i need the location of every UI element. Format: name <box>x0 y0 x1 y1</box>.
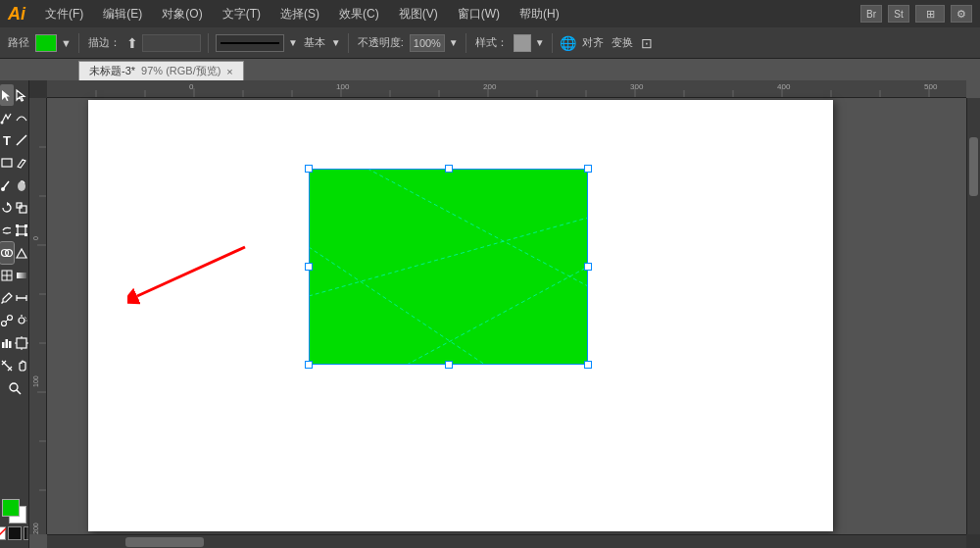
artboard[interactable] <box>88 100 833 531</box>
transform-label[interactable]: 变换 <box>610 35 635 50</box>
workspace-switcher[interactable]: ⊞ <box>915 5 945 23</box>
fill-stroke-swatches[interactable] <box>2 499 27 524</box>
style-swatch[interactable] <box>514 34 531 52</box>
stroke-up-btn[interactable]: ⬆ <box>126 36 138 50</box>
black-swatch[interactable] <box>8 526 22 540</box>
svg-rect-36 <box>9 341 12 348</box>
line-style-dropdown[interactable]: ▼ <box>331 37 341 48</box>
column-graph-tool[interactable] <box>0 332 14 354</box>
hand-tool[interactable] <box>15 355 28 376</box>
scroll-thumb-vertical[interactable] <box>969 137 978 196</box>
handle-bottom-middle[interactable] <box>445 361 453 369</box>
tool-row-shapebuilder <box>0 242 28 264</box>
tool-row-shape <box>0 152 28 174</box>
align-label[interactable]: 对齐 <box>580 35 606 50</box>
handle-middle-right[interactable] <box>584 263 592 271</box>
pencil-tool[interactable] <box>15 152 28 174</box>
paintbrush-tool[interactable] <box>0 174 14 196</box>
fill-color-swatch[interactable] <box>35 34 57 52</box>
svg-line-43 <box>17 390 21 394</box>
svg-marker-1 <box>17 90 24 101</box>
scrollbar-right[interactable] <box>966 98 980 548</box>
style-label: 样式： <box>473 35 510 50</box>
stock-btn[interactable]: St <box>888 5 909 23</box>
free-transform-tool[interactable] <box>15 220 28 241</box>
svg-text:0: 0 <box>189 82 194 91</box>
none-swatch[interactable] <box>0 526 6 540</box>
curvature-tool[interactable] <box>15 107 28 128</box>
scroll-thumb-horizontal[interactable] <box>125 537 204 547</box>
svg-text:500: 500 <box>924 82 938 91</box>
line-tool[interactable] <box>15 129 28 151</box>
menu-file[interactable]: 文件(F) <box>41 4 87 25</box>
perspective-tool[interactable] <box>15 242 28 264</box>
handle-top-left[interactable] <box>305 165 313 173</box>
arrow-annotation <box>127 237 265 319</box>
warp-tool[interactable] <box>0 220 14 241</box>
menu-view[interactable]: 视图(V) <box>395 4 442 25</box>
zoom-tool[interactable] <box>4 377 25 399</box>
type-tool[interactable]: T <box>0 129 14 151</box>
stroke-arrow[interactable]: ▼ <box>61 37 72 49</box>
web-icon[interactable]: 🌐 <box>560 35 576 51</box>
blend-tool[interactable] <box>0 310 14 331</box>
title-bar: Ai 文件(F) 编辑(E) 对象(O) 文字(T) 选择(S) 效果(C) 视… <box>0 0 980 27</box>
divider-5 <box>552 33 553 53</box>
opacity-dropdown[interactable]: ▼ <box>449 37 459 48</box>
rotate-tool[interactable] <box>0 197 14 219</box>
main-area: T <box>0 80 980 548</box>
pen-tool[interactable] <box>0 107 14 128</box>
document-tab[interactable]: 未标题-3* 97% (RGB/预览) × <box>78 61 244 80</box>
selection-tool[interactable] <box>0 84 14 106</box>
svg-marker-18 <box>17 249 26 258</box>
menu-object[interactable]: 对象(O) <box>158 4 206 25</box>
menu-edit[interactable]: 编辑(E) <box>99 4 146 25</box>
handle-top-middle[interactable] <box>445 165 453 173</box>
menu-window[interactable]: 窗口(W) <box>454 4 504 25</box>
ruler-corner <box>29 80 47 98</box>
line-style-label: 基本 <box>302 35 327 50</box>
fill-swatch[interactable] <box>2 499 20 517</box>
tool-row-warp <box>0 220 28 241</box>
rectangle-tool[interactable] <box>0 152 14 174</box>
svg-line-23 <box>2 302 4 304</box>
menu-help[interactable]: 帮助(H) <box>515 4 564 25</box>
slice-tool[interactable] <box>0 355 14 376</box>
ruler-left: 0 100 200 <box>29 98 47 534</box>
handle-middle-left[interactable] <box>305 263 313 271</box>
menu-type[interactable]: 文字(T) <box>219 4 265 25</box>
stroke-style-preview[interactable] <box>216 34 284 52</box>
tool-row-blend <box>0 310 28 331</box>
style-dropdown[interactable]: ▼ <box>535 37 545 48</box>
svg-rect-22 <box>17 273 26 278</box>
selected-object-container[interactable] <box>309 169 588 365</box>
stroke-style-dropdown[interactable]: ▼ <box>288 37 298 48</box>
doc-tab-close[interactable]: × <box>226 66 232 77</box>
artboard-tool[interactable] <box>15 332 28 354</box>
more-options[interactable]: ⊡ <box>641 35 653 51</box>
canvas-area[interactable]: 0 100 200 300 400 500 <box>29 80 980 548</box>
handle-bottom-left[interactable] <box>305 361 313 369</box>
bridge-btn[interactable]: Br <box>860 5 882 23</box>
symbol-spray-tool[interactable] <box>15 310 28 331</box>
handle-top-right[interactable] <box>584 165 592 173</box>
gradient-tool[interactable] <box>15 265 28 286</box>
scale-tool[interactable] <box>15 197 28 219</box>
menu-select[interactable]: 选择(S) <box>276 4 323 25</box>
scrollbar-corner <box>966 534 980 548</box>
left-toolbar: T <box>0 80 29 548</box>
opacity-input[interactable] <box>410 34 445 52</box>
menu-effect[interactable]: 效果(C) <box>335 4 383 25</box>
mesh-tool[interactable] <box>0 265 14 286</box>
scrollbar-bottom[interactable] <box>47 534 966 548</box>
measure-tool[interactable] <box>15 287 28 309</box>
svg-rect-45 <box>47 80 966 98</box>
sync-btn[interactable]: ⚙ <box>951 5 972 23</box>
handle-bottom-right[interactable] <box>584 361 592 369</box>
top-toolbar: 路径 ▼ 描边： ⬆ ▼ 基本 ▼ 不透明度: ▼ 样式： ▼ 🌐 对齐 变换 … <box>0 27 980 59</box>
blob-brush-tool[interactable] <box>15 174 28 196</box>
green-rectangle[interactable] <box>309 169 588 365</box>
eyedropper-tool[interactable] <box>0 287 14 309</box>
direct-selection-tool[interactable] <box>15 84 28 106</box>
shape-builder-tool[interactable] <box>0 242 14 264</box>
